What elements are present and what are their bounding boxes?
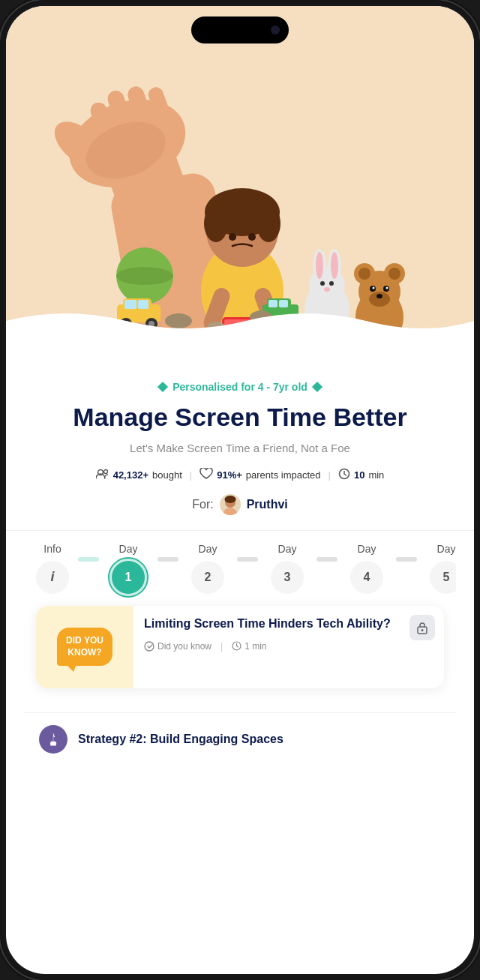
bought-number: 42,132+ <box>113 469 148 481</box>
meta-divider: | <box>220 641 223 652</box>
strategy-bar[interactable]: Strategy #2: Build Engaging Spaces <box>24 712 456 766</box>
day-5-number: 5 <box>443 571 450 584</box>
day-2-label: Day <box>199 543 218 555</box>
progress-bar-2 <box>237 557 258 562</box>
diamond-left-icon <box>158 382 168 392</box>
info-circle[interactable]: i <box>36 561 69 594</box>
diamond-right-icon <box>312 382 322 392</box>
day-3-number: 3 <box>284 571 291 584</box>
did-you-know-text: DID YOU KNOW? <box>66 635 104 658</box>
progress-bar-1 <box>158 557 178 562</box>
day-1-label: Day <box>119 543 138 555</box>
svg-point-53 <box>324 287 330 292</box>
parents-number: 91%+ <box>217 469 242 481</box>
svg-rect-39 <box>268 300 278 307</box>
svg-rect-40 <box>279 300 288 307</box>
day-1-tab[interactable]: Day 1 <box>102 543 154 594</box>
svg-point-78 <box>422 629 424 631</box>
duration-label: min <box>368 469 384 481</box>
progress-bar-4 <box>396 557 417 562</box>
svg-point-64 <box>386 287 388 289</box>
screen-content: Personalised for 4 - 7yr old Manage Scre… <box>6 6 474 974</box>
day-3-label: Day <box>278 543 297 555</box>
day-2-circle[interactable]: 2 <box>191 561 224 594</box>
child-name: Pruthvi <box>247 498 288 511</box>
bubble-tail <box>66 664 76 672</box>
svg-point-66 <box>165 313 192 328</box>
day-1-circle[interactable]: 1 <box>112 561 145 594</box>
duration-stat: 10 min <box>338 468 384 482</box>
category-label: Did you know <box>158 641 212 652</box>
svg-point-51 <box>320 281 325 286</box>
lock-icon <box>416 621 429 634</box>
svg-point-49 <box>316 252 323 279</box>
info-symbol: i <box>50 569 54 585</box>
duration-number: 10 <box>354 469 364 481</box>
did-you-know-line2: KNOW? <box>68 647 101 658</box>
subtitle: Let's Make Screen Time a Friend, Not a F… <box>24 442 456 454</box>
svg-point-72 <box>223 508 238 515</box>
svg-point-16 <box>248 233 256 241</box>
day-3-circle[interactable]: 3 <box>271 561 304 594</box>
svg-point-50 <box>331 252 338 279</box>
camera-dot <box>271 25 280 34</box>
day-4-circle[interactable]: 4 <box>350 561 383 594</box>
svg-point-13 <box>204 205 228 242</box>
cards-section: DID YOU KNOW? Limiting Screen Time Hinde… <box>24 606 456 712</box>
category-meta: Did you know <box>144 641 212 652</box>
svg-point-28 <box>116 267 173 285</box>
day-1-number: 1 <box>125 571 132 584</box>
svg-point-75 <box>145 642 154 651</box>
lock-button[interactable] <box>410 615 435 640</box>
day-5-tab[interactable]: Day 5 <box>420 543 456 594</box>
parents-label: parents impacted <box>246 469 321 481</box>
stats-row: 42,132+ bought | 91%+ parents impacted | <box>24 468 456 482</box>
hero-section <box>6 6 474 366</box>
svg-rect-31 <box>124 300 136 309</box>
dynamic-island <box>191 16 289 43</box>
day-2-number: 2 <box>205 571 212 584</box>
content-section: Personalised for 4 - 7yr old Manage Scre… <box>6 366 474 766</box>
category-icon <box>144 641 154 652</box>
day-4-tab[interactable]: Day 4 <box>340 543 393 594</box>
chess-icon <box>45 731 62 748</box>
illustration-svg <box>6 6 474 366</box>
day-3-tab[interactable]: Day 3 <box>261 543 314 594</box>
info-tab[interactable]: Info i <box>30 543 75 594</box>
strategy-icon <box>39 725 68 754</box>
parents-stat: 91%+ parents impacted <box>200 468 320 481</box>
content-card-1[interactable]: DID YOU KNOW? Limiting Screen Time Hinde… <box>36 606 444 688</box>
heart-icon <box>200 468 213 481</box>
svg-point-70 <box>104 469 107 473</box>
bought-stat: 42,132+ bought <box>96 469 182 481</box>
card-title: Limiting Screen Time Hinders Tech Abilit… <box>144 616 417 632</box>
progress-bar-0 <box>78 557 99 562</box>
card-meta: Did you know | 1 min <box>144 641 417 652</box>
card-clock-icon <box>232 641 242 651</box>
svg-point-52 <box>329 281 334 286</box>
duration-meta: 1 min <box>232 641 266 652</box>
for-row: For: Pruthvi <box>24 494 456 515</box>
illustration-bg <box>6 6 474 366</box>
svg-point-14 <box>256 205 280 242</box>
day-5-circle[interactable]: 5 <box>430 561 456 594</box>
did-you-know-bubble: DID YOU KNOW? <box>57 628 112 666</box>
days-navigation[interactable]: Info i Day 1 <box>24 531 456 606</box>
svg-point-63 <box>373 287 375 289</box>
stat-divider-2: | <box>328 469 331 481</box>
stat-divider-1: | <box>190 469 192 481</box>
svg-rect-32 <box>138 300 148 309</box>
day-4-label: Day <box>358 543 376 555</box>
people-icon <box>96 469 110 481</box>
svg-point-58 <box>358 268 370 280</box>
strategy-text: Strategy #2: Build Engaging Spaces <box>78 733 284 746</box>
day-2-tab[interactable]: Day 2 <box>182 543 234 594</box>
svg-point-15 <box>229 233 236 241</box>
main-title: Manage Screen Time Better <box>24 402 456 433</box>
personalised-badge: Personalised for 4 - 7yr old <box>24 381 456 393</box>
child-avatar <box>220 494 241 515</box>
day-4-number: 4 <box>364 571 370 584</box>
info-label: Info <box>44 543 61 555</box>
svg-point-65 <box>376 294 382 298</box>
bought-label: bought <box>152 469 182 481</box>
